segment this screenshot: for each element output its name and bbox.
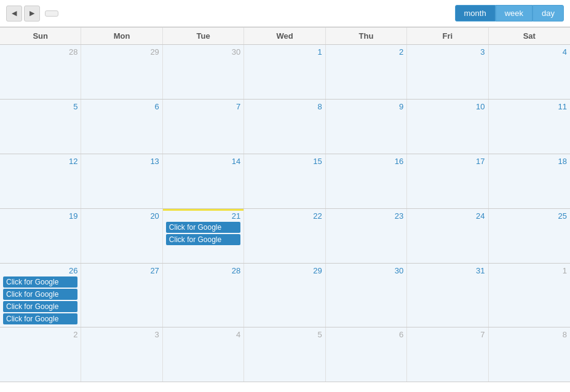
- week-view-button[interactable]: week: [496, 5, 532, 22]
- day-number: 6: [329, 330, 403, 339]
- cal-cell-3-3[interactable]: 22: [244, 209, 325, 263]
- day-number: 23: [329, 211, 403, 221]
- cal-cell-1-3[interactable]: 8: [244, 100, 325, 154]
- day-number: 20: [84, 211, 159, 221]
- cal-cell-4-6[interactable]: 1: [489, 264, 570, 327]
- cal-cell-5-0[interactable]: 2: [0, 327, 81, 382]
- week-row-4: 26Click for GoogleClick for GoogleClick …: [0, 264, 570, 327]
- cal-cell-5-3[interactable]: 5: [244, 327, 325, 382]
- day-number: 8: [492, 330, 567, 339]
- cal-cell-2-1[interactable]: 13: [81, 154, 162, 208]
- cal-cell-3-0[interactable]: 19: [0, 209, 81, 263]
- today-button[interactable]: [45, 10, 58, 17]
- day-number: 14: [166, 157, 240, 166]
- cal-cell-5-1[interactable]: 3: [81, 327, 162, 382]
- event-item-1[interactable]: Click for Google: [166, 234, 240, 245]
- cal-cell-5-4[interactable]: 6: [326, 327, 407, 382]
- cal-cell-3-4[interactable]: 23: [326, 209, 407, 263]
- day-number: 1: [492, 266, 567, 275]
- day-number: 3: [410, 47, 485, 57]
- day-header-tue: Tue: [163, 28, 244, 44]
- day-number: 30: [166, 47, 240, 57]
- cal-cell-5-2[interactable]: 4: [163, 327, 244, 382]
- calendar-header: ◀ ▶ month week day: [0, 0, 570, 27]
- view-buttons: month week day: [455, 5, 564, 22]
- cal-cell-3-1[interactable]: 20: [81, 209, 162, 263]
- week-row-2: 12131415161718: [0, 154, 570, 209]
- cal-cell-2-0[interactable]: 12: [0, 154, 81, 208]
- event-item-1[interactable]: Click for Google: [3, 289, 77, 300]
- day-number: 21: [166, 211, 240, 221]
- cal-cell-4-5[interactable]: 31: [407, 264, 488, 327]
- cal-cell-1-2[interactable]: 7: [163, 100, 244, 154]
- cal-cell-3-5[interactable]: 24: [407, 209, 488, 263]
- cal-cell-4-1[interactable]: 27: [81, 264, 162, 327]
- day-header-sat: Sat: [489, 28, 570, 44]
- cal-cell-1-5[interactable]: 10: [407, 100, 488, 154]
- day-number: 8: [247, 102, 322, 111]
- day-number: 15: [247, 157, 322, 166]
- cal-cell-1-1[interactable]: 6: [81, 100, 162, 154]
- cal-cell-4-0[interactable]: 26Click for GoogleClick for GoogleClick …: [0, 264, 81, 327]
- day-number: 3: [84, 330, 159, 339]
- week-row-1: 567891011: [0, 100, 570, 154]
- day-number: 18: [492, 157, 567, 166]
- cal-cell-2-3[interactable]: 15: [244, 154, 325, 208]
- cal-cell-0-0[interactable]: 28: [0, 45, 81, 99]
- day-number: 2: [329, 47, 403, 57]
- cal-cell-4-2[interactable]: 28: [163, 264, 244, 327]
- next-button[interactable]: ▶: [24, 6, 40, 22]
- event-item-3[interactable]: Click for Google: [3, 313, 77, 324]
- day-number: 4: [166, 330, 240, 339]
- cal-cell-0-6[interactable]: 4: [489, 45, 570, 99]
- day-number: 17: [410, 157, 485, 166]
- day-number: 9: [329, 102, 403, 111]
- day-header-thu: Thu: [326, 28, 407, 44]
- prev-button[interactable]: ◀: [6, 6, 22, 22]
- cal-cell-2-6[interactable]: 18: [489, 154, 570, 208]
- day-number: 7: [410, 330, 485, 339]
- month-view-button[interactable]: month: [455, 5, 496, 22]
- day-number: 2: [3, 330, 77, 339]
- day-number: 27: [84, 266, 159, 275]
- event-item-0[interactable]: Click for Google: [3, 276, 77, 288]
- cal-cell-0-3[interactable]: 1: [244, 45, 325, 99]
- day-number: 25: [492, 211, 567, 221]
- cal-cell-4-4[interactable]: 30: [326, 264, 407, 327]
- week-row-3: 192021Click for GoogleClick for Google22…: [0, 209, 570, 264]
- cal-cell-1-6[interactable]: 11: [489, 100, 570, 154]
- cal-cell-1-4[interactable]: 9: [326, 100, 407, 154]
- cal-cell-5-6[interactable]: 8: [489, 327, 570, 382]
- nav-buttons: ◀ ▶: [6, 6, 40, 22]
- day-number: 6: [84, 102, 159, 111]
- day-header-fri: Fri: [407, 28, 488, 44]
- day-number: 11: [492, 102, 567, 111]
- day-number: 5: [3, 102, 77, 111]
- day-number: 29: [247, 266, 322, 275]
- cal-cell-5-5[interactable]: 7: [407, 327, 488, 382]
- day-number: 28: [166, 266, 240, 275]
- day-headers-row: SunMonTueWedThuFriSat: [0, 28, 570, 45]
- cal-cell-3-2[interactable]: 21Click for GoogleClick for Google: [163, 209, 244, 263]
- cal-cell-0-5[interactable]: 3: [407, 45, 488, 99]
- cal-cell-2-2[interactable]: 14: [163, 154, 244, 208]
- day-header-wed: Wed: [244, 28, 325, 44]
- day-number: 16: [329, 157, 403, 166]
- event-item-2[interactable]: Click for Google: [3, 301, 77, 312]
- cal-cell-4-3[interactable]: 29: [244, 264, 325, 327]
- day-number: 24: [410, 211, 485, 221]
- day-number: 12: [3, 157, 77, 166]
- cal-cell-2-4[interactable]: 16: [326, 154, 407, 208]
- day-header-sun: Sun: [0, 28, 81, 44]
- cal-cell-1-0[interactable]: 5: [0, 100, 81, 154]
- day-view-button[interactable]: day: [532, 5, 564, 22]
- cal-cell-0-4[interactable]: 2: [326, 45, 407, 99]
- cal-cell-0-2[interactable]: 30: [163, 45, 244, 99]
- week-row-0: 2829301234: [0, 45, 570, 100]
- cal-cell-0-1[interactable]: 29: [81, 45, 162, 99]
- day-number: 29: [84, 47, 159, 57]
- today-line: [163, 209, 243, 211]
- cal-cell-2-5[interactable]: 17: [407, 154, 488, 208]
- cal-cell-3-6[interactable]: 25: [489, 209, 570, 263]
- event-item-0[interactable]: Click for Google: [166, 222, 240, 233]
